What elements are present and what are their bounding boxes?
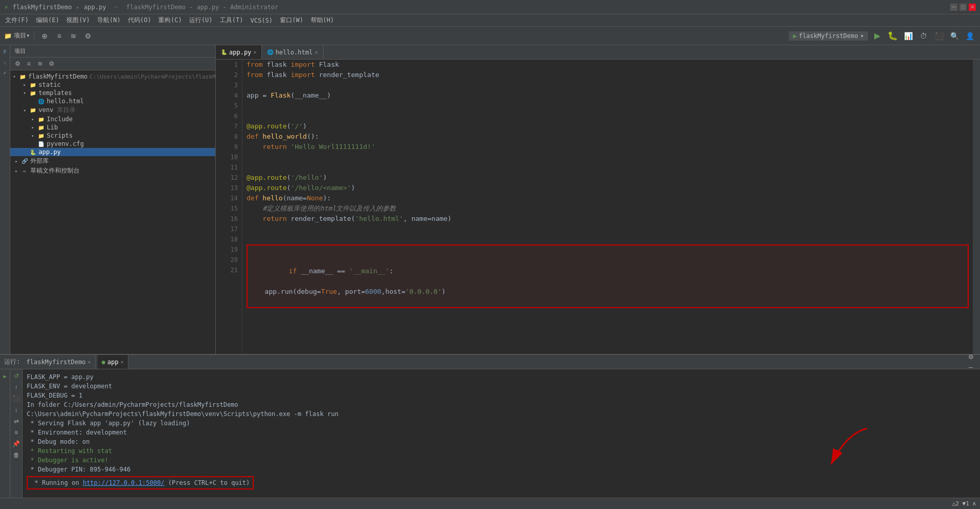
console-line-6: * Serving Flask app 'app.py' (lazy loadi… xyxy=(27,419,976,428)
console-line-8: * Debug mode: on xyxy=(27,437,976,446)
tree-item-scratches[interactable]: ▸ ✏️ 草稿文件和控制台 xyxy=(10,166,215,176)
run-trash-btn[interactable]: 🗑 xyxy=(12,450,21,460)
editor-scrollbar[interactable] xyxy=(973,60,980,354)
app-tab-close[interactable]: ✕ xyxy=(121,359,124,365)
stop-button[interactable]: ⬛ xyxy=(933,30,945,42)
tree-item-root[interactable]: ▾ 📁 flaskMyfirstDemo C:\Users\admin\Pych… xyxy=(10,72,215,81)
root-path: C:\Users\admin\PycharmProjects\flaskMyfi… xyxy=(90,73,215,80)
menu-window[interactable]: 窗口(W) xyxy=(277,15,307,26)
maximize-button[interactable]: □ xyxy=(959,4,967,11)
coverage-button[interactable]: 📊 xyxy=(902,30,914,42)
code-line-8: def hello_world(): xyxy=(247,131,969,142)
settings-button[interactable]: ≋ xyxy=(67,30,80,42)
bottom-icon-run[interactable]: ▶ xyxy=(1,371,10,381)
menu-navigate[interactable]: 导航(N) xyxy=(94,15,124,26)
run-list-btn[interactable]: ≡ xyxy=(12,428,21,437)
menu-file[interactable]: 文件(F) xyxy=(2,15,32,26)
align-button[interactable]: ≡ xyxy=(53,30,65,42)
bottom-panel: 运行: flaskMyfirstDemo ✕ ● app ✕ ⚙ ─ ▶ ↺ ↑… xyxy=(0,354,980,498)
templates-label: templates xyxy=(39,89,72,97)
panel-align-btn[interactable]: ≡ xyxy=(24,59,34,69)
tree-item-venv[interactable]: ▾ 📁 venv 库目录 xyxy=(10,105,215,115)
console-output[interactable]: FLASK_APP = app.py FLASK_ENV = developme… xyxy=(23,369,980,498)
side-icon-bookmark[interactable]: ☆ xyxy=(1,58,10,67)
run-configuration[interactable]: ▶ flaskMyfirstDemo ▾ xyxy=(789,31,868,41)
line-numbers: 1 2 3 4 5 6 7 8 9 10 11 12 13 14 15 16 1… xyxy=(222,60,242,354)
external-label: 外部库 xyxy=(30,157,49,165)
editor-tabs: 🐍 app.py ✕ 🌐 hello.html ✕ xyxy=(216,45,980,60)
code-line-13: @app.route('/hello/<name>') xyxy=(247,183,969,193)
minimize-button[interactable]: ─ xyxy=(950,4,957,11)
profile-button[interactable]: ⏱ xyxy=(917,30,930,42)
menu-view[interactable]: 视图(V) xyxy=(63,15,93,26)
menu-help[interactable]: 帮助(H) xyxy=(308,15,337,26)
tab-apppy-close[interactable]: ✕ xyxy=(253,49,256,55)
app-tab-label: app xyxy=(107,359,119,366)
venv-arrow: ▾ xyxy=(21,108,29,113)
tree-item-apppy[interactable]: 🐍 app.py xyxy=(10,148,215,156)
code-line-2: from flask import render_template xyxy=(247,70,969,80)
code-content[interactable]: from flask import Flask from flask impor… xyxy=(242,60,973,354)
panel-filter-btn[interactable]: ≋ xyxy=(35,59,45,69)
tree-item-hello-html[interactable]: 🌐 hello.html xyxy=(10,97,215,105)
run-up-btn[interactable]: ↑ xyxy=(12,383,21,392)
scratches-arrow: ▸ xyxy=(12,168,21,174)
console-line-2: FLASK_ENV = development xyxy=(27,382,976,391)
user-button[interactable]: 👤 xyxy=(964,30,976,42)
menu-tools[interactable]: 工具(T) xyxy=(217,15,247,26)
project-name: flaskMyfirstDemo xyxy=(12,4,72,11)
side-icon-project[interactable]: P xyxy=(1,47,10,56)
static-arrow: ▸ xyxy=(21,82,29,87)
tab-hellohtml-close[interactable]: ✕ xyxy=(315,49,318,55)
run-down-btn[interactable]: ↓ xyxy=(12,405,21,414)
close-button[interactable]: ✕ xyxy=(969,4,976,11)
bottom-side-icons: ▶ xyxy=(0,369,10,498)
tree-item-include[interactable]: ▸ 📁 Include xyxy=(10,115,215,123)
current-file: app.py xyxy=(84,4,106,11)
status-bar: △2 ▼1 ∧ xyxy=(0,498,980,509)
run-pin-btn[interactable]: 📌 xyxy=(12,439,21,448)
menu-vcs[interactable]: VCS(S) xyxy=(248,16,276,25)
tab-apppy[interactable]: 🐍 app.py ✕ xyxy=(216,45,262,59)
gear-button[interactable]: ⚙ xyxy=(82,30,94,42)
console-line-11: * Debugger PIN: 895-946-946 xyxy=(27,465,976,474)
code-line-14: def hello(name=None): xyxy=(247,193,969,203)
tree-item-pyvenv[interactable]: 📄 pyvenv.cfg xyxy=(10,140,215,148)
tree-item-static[interactable]: ▸ 📁 static xyxy=(10,81,215,89)
templates-arrow: ▾ xyxy=(21,90,29,96)
menu-edit[interactable]: 编辑(E) xyxy=(33,15,63,26)
build-button[interactable]: ⊕ xyxy=(39,30,51,42)
console-line-4: In folder C:/Users/admin/PycharmProjects… xyxy=(27,400,976,409)
tab-apppy-icon: 🐍 xyxy=(221,49,227,55)
menu-refactor[interactable]: 重构(C) xyxy=(155,15,185,26)
debug-button[interactable]: 🐛 xyxy=(887,30,899,42)
tab-hellohtml-label: hello.html xyxy=(275,49,312,56)
panel-gear-btn[interactable]: ⚙ xyxy=(46,59,56,69)
tab-hellohtml[interactable]: 🌐 hello.html ✕ xyxy=(262,45,323,59)
tab-app[interactable]: ● app ✕ xyxy=(98,355,128,369)
code-line-9: return 'Hello Worl1111111d!' xyxy=(247,142,969,152)
panel-settings-btn[interactable]: ⚙ xyxy=(12,59,23,69)
tab-flask-demo[interactable]: flaskMyfirstDemo ✕ xyxy=(22,355,96,369)
run-stop-btn[interactable]: ⬛ xyxy=(12,394,21,403)
run-restart-btn[interactable]: ↺ xyxy=(12,371,21,381)
run-label: 运行: xyxy=(4,357,20,366)
run-wrap-btn[interactable]: ⇌ xyxy=(12,417,21,426)
code-line-19: ▶ if __name__ == '__main__': xyxy=(247,244,969,287)
tree-item-lib[interactable]: ▸ 📁 Lib xyxy=(10,123,215,131)
menu-code[interactable]: 代码(O) xyxy=(125,15,155,26)
include-label: Include xyxy=(47,116,73,123)
side-icon-todo[interactable]: ✓ xyxy=(1,68,10,77)
project-icon: 📁 xyxy=(4,32,12,40)
run-button[interactable]: ▶ xyxy=(871,30,883,42)
tree-item-scripts[interactable]: ▸ 📁 Scripts xyxy=(10,131,215,140)
code-editor[interactable]: 1 2 3 4 5 6 7 8 9 10 11 12 13 14 15 16 1… xyxy=(216,60,980,354)
search-button[interactable]: 🔍 xyxy=(948,30,960,42)
tree-item-external[interactable]: ▸ 🔗 外部库 xyxy=(10,156,215,166)
flask-url-link[interactable]: http://127.0.0.1:5000/ xyxy=(83,479,164,486)
console-line-1: FLASK_APP = app.py xyxy=(27,372,976,382)
project-dropdown[interactable]: 📁 项目▾ xyxy=(4,31,30,40)
menu-run[interactable]: 运行(U) xyxy=(186,15,216,26)
flask-demo-tab-close[interactable]: ✕ xyxy=(88,359,91,365)
tree-item-templates[interactable]: ▾ 📁 templates xyxy=(10,89,215,97)
